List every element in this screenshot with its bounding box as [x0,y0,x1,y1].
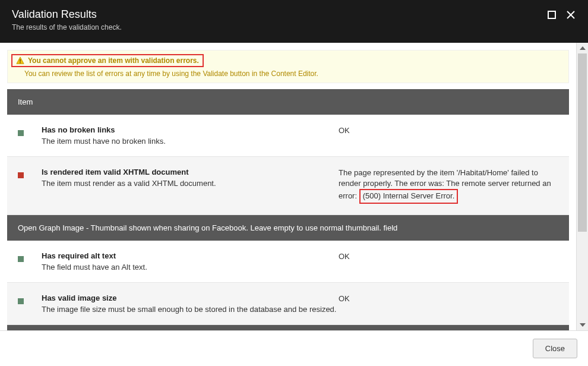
dialog-body: You cannot approve an item with validati… [0,43,588,330]
validation-row: Has required alt textThe field must have… [7,241,569,283]
close-window-button[interactable] [565,10,576,20]
highlighted-error: (500) Internal Server Error. [359,189,459,203]
alert-subtitle: You can review the list of errors at any… [11,70,565,78]
dialog-subtitle: The results of the validation check. [12,23,122,31]
result-text: OK [339,251,558,262]
rule-name: Is rendered item valid XHTML document [42,168,339,176]
validation-row: Is rendered item valid XHTML documentThe… [7,157,569,215]
status-error-icon [18,172,24,178]
svg-rect-5 [20,62,21,64]
section-header: Item [7,89,569,115]
scroll-down-arrow[interactable] [577,320,588,330]
status-indicator [18,125,42,138]
warning-icon [16,56,24,65]
validation-row: Has no broken linksThe item must have no… [7,115,569,157]
validation-row: Has valid image sizeThe image file size … [7,283,569,325]
rule-name: Has no broken links [42,125,339,134]
rule-name: Has valid image size [42,294,339,302]
result-text: OK [339,294,558,304]
status-ok-icon [18,298,24,304]
rule-description: Is rendered item valid XHTML documentThe… [42,168,339,188]
status-ok-icon [18,256,24,262]
status-indicator [18,251,42,264]
status-indicator [18,168,42,180]
rule-name: Has required alt text [42,251,339,260]
result-text: The page represented by the item '/Habit… [339,168,558,204]
dialog-footer: Close [0,330,588,366]
titlebar: Validation Results The results of the va… [0,0,588,43]
close-button[interactable]: Close [533,339,577,358]
section-header: Open Graph Image - Thumbnail shown when … [7,215,569,241]
svg-marker-7 [580,323,586,327]
rule-description: Has required alt textThe field must have… [42,251,339,272]
status-indicator [18,294,42,306]
scrollbar[interactable] [576,43,588,330]
scrollbar-thumb[interactable] [578,53,587,232]
svg-rect-4 [20,59,21,61]
rule-detail: The field must have an Alt text. [42,263,339,272]
titlebar-text: Validation Results The results of the va… [12,8,122,31]
rule-description: Has valid image sizeThe image file size … [42,294,339,314]
rule-detail: The item must render as a valid XHTML do… [42,179,339,188]
svg-marker-6 [580,46,586,50]
rule-detail: The image file size must be small enough… [42,305,339,314]
rule-description: Has no broken linksThe item must have no… [42,125,339,146]
rule-detail: The item must have no broken links. [42,137,339,146]
validation-alert: You cannot approve an item with validati… [7,50,569,83]
maximize-button[interactable] [546,10,557,20]
section-header: __Source Item field [7,325,569,330]
window-controls [546,8,576,20]
dialog-title: Validation Results [12,8,122,21]
scroll-content: You cannot approve an item with validati… [0,43,576,330]
svg-rect-0 [548,11,555,18]
result-text: OK [339,125,558,136]
scroll-up-arrow[interactable] [577,43,588,53]
alert-title: You cannot approve an item with validati… [28,56,199,65]
status-ok-icon [18,130,24,136]
